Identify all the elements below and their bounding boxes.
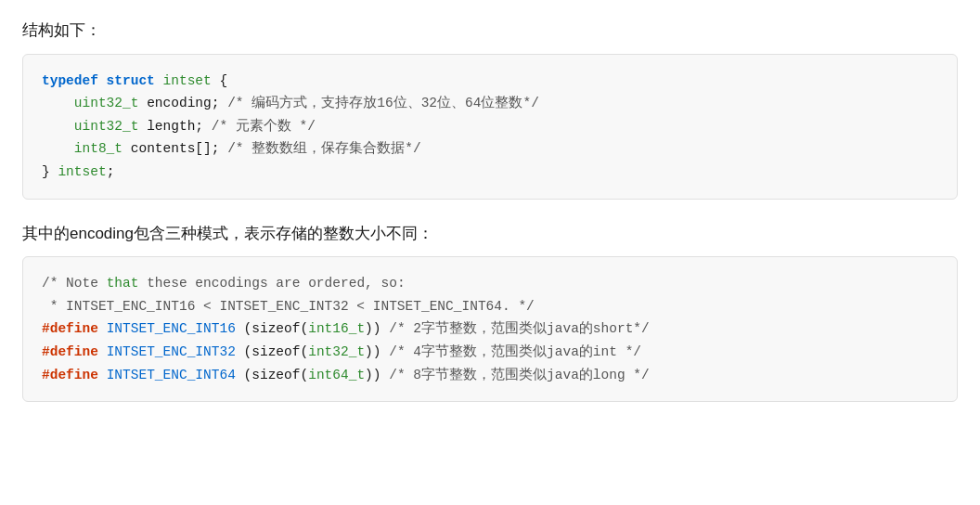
code1-line4: int8_t contents[]; /* 整数数组，保存集合数据*/	[42, 137, 938, 161]
code1-line5: } intset;	[42, 161, 938, 184]
code1-line2: uint32_t encoding; /* 编码方式，支持存放16位、32位、6…	[42, 92, 938, 115]
code1-line3: uint32_t length; /* 元素个数 */	[42, 115, 938, 138]
code2-line1: /* Note that these encodings are ordered…	[42, 272, 938, 295]
code2-line2: * INTSET_ENC_INT16 < INTSET_ENC_INT32 < …	[42, 295, 938, 318]
section2-code: /* Note that these encodings are ordered…	[22, 256, 958, 402]
section1: 结构如下： typedef struct intset { uint32_t e…	[22, 19, 958, 200]
code2-line5: #define INTSET_ENC_INT64 (sizeof(int64_t…	[42, 364, 938, 387]
code2-line4: #define INTSET_ENC_INT32 (sizeof(int32_t…	[42, 341, 938, 364]
section1-code: typedef struct intset { uint32_t encodin…	[22, 54, 958, 200]
code2-line3: #define INTSET_ENC_INT16 (sizeof(int16_t…	[42, 317, 938, 341]
section2-title: 其中的encoding包含三种模式，表示存储的整数大小不同：	[22, 222, 958, 246]
code1-line1: typedef struct intset {	[42, 70, 938, 93]
section1-title: 结构如下：	[22, 19, 958, 43]
section2: 其中的encoding包含三种模式，表示存储的整数大小不同： /* Note t…	[22, 222, 958, 403]
